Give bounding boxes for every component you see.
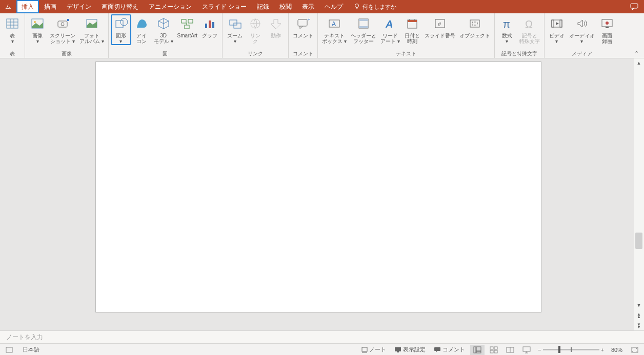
btn-smartart[interactable]: SmartArt bbox=[175, 14, 199, 38]
tab-animations[interactable]: アニメーション bbox=[144, 0, 197, 13]
scroll-up-button[interactable]: ▲ bbox=[634, 58, 644, 68]
tab-view[interactable]: 表示 bbox=[297, 0, 319, 13]
svg-rect-22 bbox=[230, 20, 237, 25]
svg-rect-19 bbox=[205, 24, 207, 28]
group-label-tables: 表 bbox=[10, 50, 15, 58]
btn-video[interactable]: ビデオ▾ bbox=[547, 14, 567, 44]
ribbon-insert: 表▾ 表 画像▾ スクリーン ショット ▾ フォト アルバム ▾ 画像 bbox=[0, 13, 644, 58]
slide-canvas[interactable] bbox=[95, 61, 541, 312]
btn-chart[interactable]: グラフ bbox=[199, 14, 220, 38]
collapse-ribbon-button[interactable]: ⌃ bbox=[632, 48, 641, 59]
btn-object[interactable]: オブジェクト bbox=[457, 14, 492, 38]
btn-icons[interactable]: アイ コン bbox=[131, 14, 152, 44]
svg-rect-21 bbox=[212, 22, 214, 28]
cube-icon bbox=[156, 16, 171, 31]
prev-slide-button[interactable]: ▲▲ bbox=[634, 311, 644, 320]
screenshot-icon bbox=[55, 16, 70, 31]
tab-design[interactable]: デザイン bbox=[62, 0, 96, 13]
tab-draw[interactable]: 描画 bbox=[39, 0, 62, 13]
btn-audio[interactable]: オーディオ▾ bbox=[567, 14, 597, 44]
group-label-links: リンク bbox=[248, 50, 263, 58]
group-links: ズーム▾ リン ク 動作 リンク bbox=[223, 13, 289, 58]
dropdown-caret-icon: ▾ bbox=[119, 38, 122, 44]
notes-pane[interactable]: ノートを入力 bbox=[0, 330, 644, 344]
tell-me-search[interactable]: 何をしますか bbox=[353, 0, 396, 13]
btn-header-footer[interactable]: ヘッダーと フッター bbox=[349, 14, 378, 44]
group-label-comments: コメント bbox=[293, 50, 313, 58]
zoom-level[interactable]: 80% bbox=[608, 344, 626, 356]
slideshow-view-button[interactable] bbox=[519, 345, 534, 355]
svg-rect-16 bbox=[182, 19, 186, 23]
svg-rect-20 bbox=[209, 20, 211, 28]
display-settings[interactable]: 表示設定 bbox=[391, 344, 429, 356]
tab-review[interactable]: 校閲 bbox=[274, 0, 297, 13]
tab-slideshow[interactable]: スライド ショー bbox=[197, 0, 252, 13]
vertical-scrollbar[interactable]: ▲ ▼ ▲▲ ▼▼ bbox=[634, 58, 644, 330]
slideshow-icon bbox=[522, 346, 531, 353]
group-label-illustrations: 図 bbox=[163, 50, 168, 58]
comments-toggle[interactable]: コメント bbox=[431, 344, 468, 356]
normal-view-button[interactable] bbox=[470, 345, 485, 355]
scroll-down-button[interactable]: ▼ bbox=[634, 301, 644, 310]
svg-rect-34 bbox=[408, 20, 417, 22]
zoom-out-button[interactable]: − bbox=[538, 347, 541, 353]
fit-to-window-button[interactable] bbox=[628, 345, 642, 355]
notes-toggle[interactable]: ノート bbox=[358, 344, 389, 356]
tab-help[interactable]: ヘルプ bbox=[319, 0, 348, 13]
wordart-icon: A bbox=[383, 16, 397, 31]
btn-photo-album[interactable]: フォト アルバム ▾ bbox=[77, 14, 106, 44]
svg-rect-17 bbox=[188, 19, 193, 23]
slide-workspace: ▲ ▼ ▲▲ ▼▼ bbox=[0, 58, 644, 330]
btn-screen-recording[interactable]: 画面 録画 bbox=[597, 14, 617, 44]
group-label-media: メディア bbox=[572, 50, 592, 58]
dropdown-caret-icon: ▾ bbox=[580, 38, 583, 44]
svg-rect-61 bbox=[494, 350, 497, 353]
reading-view-button[interactable] bbox=[503, 345, 517, 355]
slide-sorter-view-button[interactable] bbox=[487, 345, 501, 355]
btn-shapes[interactable]: 図形▾ bbox=[111, 14, 131, 45]
next-slide-button[interactable]: ▼▼ bbox=[634, 321, 644, 330]
ribbon-display-options[interactable] bbox=[629, 2, 640, 11]
zoom-slider[interactable]: − + bbox=[536, 347, 606, 353]
btn-text-box[interactable]: A テキスト ボックス ▾ bbox=[320, 14, 349, 44]
svg-rect-48 bbox=[606, 27, 609, 28]
btn-table[interactable]: 表▾ bbox=[2, 14, 23, 44]
svg-point-47 bbox=[606, 22, 609, 25]
fit-window-icon bbox=[631, 346, 639, 353]
action-icon bbox=[269, 16, 283, 31]
svg-rect-58 bbox=[490, 347, 493, 349]
svg-rect-18 bbox=[185, 25, 189, 29]
table-icon bbox=[5, 16, 19, 31]
zoom-in-button[interactable]: + bbox=[601, 347, 604, 353]
btn-slide-number[interactable]: # スライド番号 bbox=[422, 14, 457, 38]
btn-date-time[interactable]: 日付と 時刻 bbox=[402, 14, 422, 44]
group-media: ビデオ▾ オーディオ▾ 画面 録画 メディア bbox=[545, 13, 619, 58]
dropdown-caret-icon: ▾ bbox=[555, 38, 558, 44]
tab-home-fragment[interactable]: ム bbox=[0, 0, 16, 13]
dropdown-caret-icon: ▾ bbox=[344, 38, 347, 44]
accessibility-checker-icon[interactable] bbox=[4, 346, 14, 353]
lightbulb-icon bbox=[353, 3, 360, 10]
audio-icon bbox=[575, 16, 589, 31]
tab-transitions[interactable]: 画面切り替え bbox=[96, 0, 144, 13]
btn-wordart[interactable]: A ワード アート ▾ bbox=[378, 14, 402, 44]
tab-insert[interactable]: 挿入 bbox=[16, 0, 39, 13]
btn-pictures[interactable]: 画像▾ bbox=[27, 14, 48, 44]
svg-rect-53 bbox=[397, 351, 399, 352]
btn-zoom[interactable]: ズーム▾ bbox=[225, 14, 245, 44]
double-triangle-up-icon: ▲▲ bbox=[637, 313, 641, 318]
btn-3d-models[interactable]: 3D モデル ▾ bbox=[152, 14, 175, 44]
dropdown-caret-icon: ▾ bbox=[397, 38, 400, 44]
language-indicator[interactable]: 日本語 bbox=[19, 344, 43, 356]
status-bar: 日本語 ノート 表示設定 コメント − bbox=[0, 344, 644, 355]
zoom-slider-thumb[interactable] bbox=[558, 346, 560, 353]
notes-icon bbox=[361, 347, 368, 353]
scrollbar-thumb[interactable] bbox=[635, 233, 642, 249]
btn-new-comment[interactable]: + コメント bbox=[291, 14, 315, 38]
triangle-down-icon: ▼ bbox=[637, 303, 641, 308]
btn-screenshot[interactable]: スクリーン ショット ▾ bbox=[48, 14, 77, 44]
header-footer-icon bbox=[356, 16, 371, 31]
tab-record[interactable]: 記録 bbox=[252, 0, 274, 13]
zoom-slider-track[interactable] bbox=[543, 349, 599, 350]
btn-equation[interactable]: π 数式▾ bbox=[497, 14, 517, 44]
